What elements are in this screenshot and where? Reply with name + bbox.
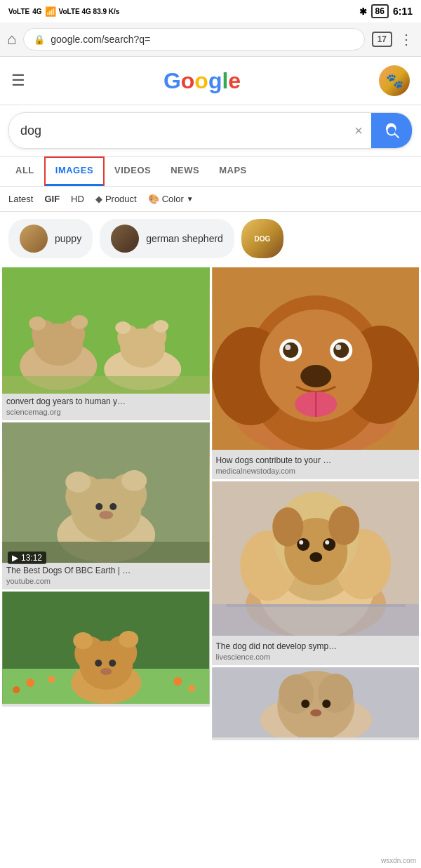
image-card-3[interactable]: ▶ 13:12 The Best Dogs Of BBC Earth | … y… [2, 422, 210, 589]
svg-point-36 [73, 632, 93, 649]
svg-rect-71 [212, 604, 419, 636]
chevron-down-icon: ▼ [187, 195, 194, 203]
tab-videos[interactable]: VIDEOS [105, 156, 161, 186]
svg-point-5 [29, 316, 46, 330]
video-badge-3: ▶ 13:12 [8, 552, 46, 564]
image-col-left: convert dog years to human y… sciencemag… [2, 267, 210, 740]
filter-product[interactable]: ◆ Product [95, 194, 137, 204]
svg-point-68 [299, 540, 303, 545]
browser-menu-icon[interactable]: ⋮ [399, 31, 414, 48]
google-logo: Google [163, 68, 241, 94]
search-icon [384, 123, 399, 138]
svg-point-22 [109, 503, 116, 510]
suggestion-puppy[interactable]: puppy [8, 219, 93, 258]
search-box-wrap: × [0, 105, 421, 156]
image-grid: convert dog years to human y… sciencemag… [0, 265, 421, 742]
svg-point-30 [173, 677, 182, 686]
dog-image-1 [2, 267, 210, 394]
status-left: VoLTE 4G 📶 VoLTE 4G 83.9 K/s [8, 6, 119, 17]
image-caption-4: The dog did not develop symp… [212, 639, 420, 653]
dog-image-2 [212, 267, 420, 450]
battery-indicator: 86 [371, 4, 389, 18]
hamburger-menu-icon[interactable]: ☰ [11, 72, 25, 90]
svg-point-67 [323, 538, 335, 551]
svg-point-66 [297, 538, 309, 551]
svg-point-20 [121, 470, 147, 491]
diamond-icon: ◆ [95, 194, 102, 204]
browser-bar: ⌂ 🔒 google.com/search?q= 17 ⋮ [0, 22, 421, 57]
svg-point-12 [153, 320, 168, 333]
filter-hd[interactable]: HD [71, 194, 84, 204]
speed-indicator: VoLTE 4G 83.9 K/s [59, 8, 120, 15]
svg-point-29 [13, 686, 20, 693]
image-col-right: How dogs contribute to your … medicalnew… [212, 267, 420, 740]
suggestion-label-german-shepherd: german shepherd [146, 233, 223, 244]
suggestion-thumb-puppy [20, 225, 48, 253]
image-source-1: sciencemag.org [2, 408, 210, 420]
filter-color[interactable]: 🎨 Color ▼ [148, 194, 194, 204]
image-source-2: medicalnewstoday.com [212, 467, 420, 479]
svg-point-77 [318, 674, 353, 713]
svg-point-78 [301, 700, 309, 708]
filter-bar: Latest GIF HD ◆ Product 🎨 Color ▼ [0, 187, 421, 212]
image-caption-3: The Best Dogs Of BBC Earth | … [2, 563, 210, 577]
search-button[interactable] [371, 113, 412, 148]
svg-point-51 [285, 345, 290, 350]
suggestion-german-shepherd[interactable]: german shepherd [100, 219, 234, 258]
url-bar[interactable]: 🔒 google.com/search?q= [23, 28, 364, 51]
home-icon[interactable]: ⌂ [7, 30, 16, 48]
svg-point-80 [310, 709, 321, 716]
svg-point-65 [328, 506, 359, 545]
svg-rect-72 [226, 604, 405, 607]
status-bar: VoLTE 4G 📶 VoLTE 4G 83.9 K/s ✱ 86 6:11 [0, 0, 421, 22]
svg-point-50 [333, 342, 349, 358]
lock-icon: 🔒 [34, 34, 45, 45]
svg-point-23 [99, 511, 113, 519]
bluetooth-icon: ✱ [359, 6, 367, 17]
svg-point-21 [95, 503, 102, 510]
tab-news[interactable]: NEWS [161, 156, 209, 186]
volte-indicator: VoLTE [8, 8, 29, 15]
play-icon: ▶ [12, 553, 18, 563]
status-right: ✱ 86 6:11 [359, 4, 413, 18]
tab-images[interactable]: IMAGES [44, 156, 105, 186]
google-header: ☰ Google 🐾 [0, 57, 421, 105]
tab-all[interactable]: ALL [6, 156, 44, 186]
url-text: google.com/search?q= [51, 34, 354, 45]
suggestion-extra[interactable]: DOG [241, 219, 283, 258]
svg-point-76 [279, 674, 314, 714]
filter-gif[interactable]: GIF [44, 194, 60, 204]
svg-point-19 [65, 472, 91, 493]
suggestion-thumb-extra: DOG [241, 219, 283, 258]
dog-image-4 [212, 481, 420, 636]
svg-point-79 [322, 700, 330, 708]
time-display: 6:11 [393, 6, 413, 17]
image-card-6[interactable] [212, 667, 420, 740]
search-tabs: ALL IMAGES VIDEOS NEWS MAPS [0, 156, 421, 187]
search-box: × [8, 112, 413, 149]
svg-point-28 [48, 676, 55, 683]
filter-latest[interactable]: Latest [8, 194, 33, 204]
image-card-1[interactable]: convert dog years to human y… sciencemag… [2, 267, 210, 420]
image-card-4[interactable]: The dog did not develop symp… livescienc… [212, 481, 420, 665]
search-clear-button[interactable]: × [346, 123, 371, 139]
svg-point-11 [115, 321, 131, 334]
suggestion-thumb-german-shepherd [111, 225, 139, 253]
image-caption-2: How dogs contribute to your … [212, 453, 420, 467]
svg-point-69 [325, 540, 329, 545]
image-source-3: youtube.com [2, 577, 210, 589]
tab-count[interactable]: 17 [372, 32, 392, 47]
svg-point-38 [95, 660, 102, 667]
tab-maps[interactable]: MAPS [209, 156, 257, 186]
image-card-5[interactable] [2, 592, 210, 707]
dog-image-5 [2, 592, 210, 704]
avatar[interactable]: 🐾 [379, 65, 410, 96]
svg-point-6 [71, 315, 88, 329]
signal-icon: 📶 [45, 6, 56, 17]
network-indicator: 4G [32, 8, 41, 15]
svg-point-31 [188, 685, 195, 692]
svg-point-52 [335, 345, 341, 350]
image-source-4: livescience.com [212, 653, 420, 665]
search-input[interactable] [9, 115, 346, 147]
image-card-2[interactable]: How dogs contribute to your … medicalnew… [212, 267, 420, 479]
